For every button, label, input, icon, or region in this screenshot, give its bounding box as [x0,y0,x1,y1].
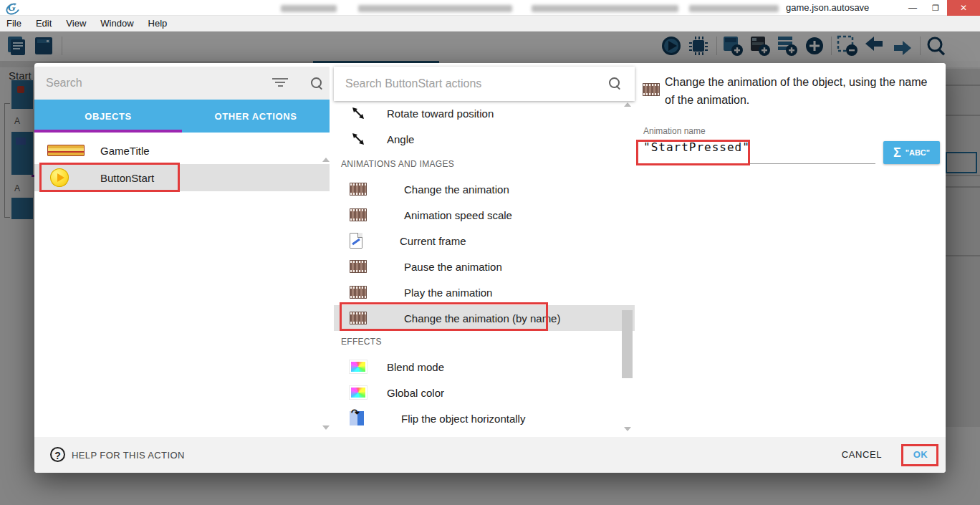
action-label: Animation speed scale [404,209,512,221]
dialog-footer: ? HELP FOR THIS ACTION CANCEL OK [34,437,946,473]
abc-label: "ABC" [905,148,930,157]
action-label: Flip the object horizontally [401,413,525,425]
action-row-selected[interactable]: Change the animation (by name) [334,305,635,331]
object-row-gametitle[interactable]: GameTitle [34,137,330,164]
action-label: Global color [387,387,444,399]
tab-other-actions[interactable]: OTHER ACTIONS [182,100,330,133]
tab-objects[interactable]: OBJECTS [34,100,182,133]
section-header-label: EFFECTS [341,337,382,347]
gdevelop-logo-icon [6,1,20,14]
scrollbar-thumb[interactable] [622,310,633,378]
action-label: Play the animation [404,287,492,299]
action-row[interactable]: Rotate toward position [334,100,635,126]
menu-help[interactable]: Help [141,18,175,29]
action-label: Change the animation (by name) [404,312,560,324]
help-icon[interactable]: ? [50,447,65,462]
action-label: Rotate toward position [387,107,494,120]
menu-bar: File Edit View Window Help [0,16,980,32]
gdevelop-window: game.json.autosave — ❐ ✕ File Edit View … [0,0,980,505]
rotate-arrow-icon [351,132,365,146]
cancel-button[interactable]: CANCEL [833,444,890,466]
scrollbar-down-arrow[interactable] [322,425,330,430]
redacted-title-segment [532,5,678,12]
redacted-title-segment [281,5,337,12]
objects-search-input[interactable] [46,74,254,92]
buttonstart-thumbnail-icon [50,168,69,187]
actions-list: Rotate toward position Angle ANIMATIONS … [334,100,635,437]
objects-list: GameTitle ButtonStart [34,133,330,437]
filter-icon[interactable] [272,78,288,88]
action-label: Current frame [400,235,466,247]
action-details-panel: Change the animation of the object, usin… [635,63,946,437]
actions-search-bar [334,67,635,101]
action-row[interactable]: Current frame [334,228,635,254]
colors-icon [350,360,367,373]
scrollbar-up-arrow[interactable] [624,102,631,107]
action-row[interactable]: Change the animation [334,176,635,202]
redacted-title-segment [358,5,512,12]
redacted-title-segment [689,5,779,12]
section-header-label: ANIMATIONS AND IMAGES [341,159,454,169]
action-label: Change the animation [404,183,509,196]
action-description: Change the animation of the object, usin… [665,73,937,109]
action-label: Blend mode [387,361,444,373]
colors-icon [350,386,367,399]
gametitle-thumbnail-icon [47,145,85,156]
page-edit-icon [350,233,362,249]
object-label: GameTitle [100,145,150,157]
close-button[interactable]: ✕ [947,0,980,16]
action-row[interactable]: Angle [334,126,635,152]
rotate-arrow-icon [351,106,365,120]
ok-button[interactable]: OK [903,444,938,466]
animation-name-label: Animation name [643,126,706,136]
action-label: Angle [387,133,414,145]
section-header-effects: EFFECTS [341,331,628,352]
window-title: game.json.autosave [786,2,869,13]
action-row[interactable]: Blend mode [334,354,635,380]
action-editor-dialog: OBJECTS OTHER ACTIONS GameTitle ButtonSt… [34,63,946,473]
actions-search-input[interactable] [345,75,589,92]
action-row[interactable]: Global color [334,380,635,405]
object-label: ButtonStart [100,172,154,184]
scrollbar-down-arrow[interactable] [624,427,631,431]
film-icon [350,260,367,273]
action-row[interactable]: Animation speed scale [334,202,635,228]
field-underline [643,163,875,164]
title-bar: game.json.autosave — ❐ ✕ [0,0,980,16]
action-row[interactable]: Pause the animation [334,254,635,279]
action-row[interactable]: Flip the object horizontally [334,405,635,431]
action-row[interactable]: Play the animation [334,279,635,305]
film-icon [350,312,367,324]
object-tabs: OBJECTS OTHER ACTIONS [34,100,330,133]
tab-other-actions-label: OTHER ACTIONS [215,111,297,122]
search-icon [311,77,324,90]
tab-objects-label: OBJECTS [85,111,132,122]
sigma-icon: Σ [893,145,901,160]
animation-name-field[interactable]: "StartPressed" [643,140,874,154]
section-header-animations: ANIMATIONS AND IMAGES [341,153,628,175]
expression-editor-button[interactable]: Σ "ABC" [883,141,940,164]
menu-view[interactable]: View [59,18,93,29]
flip-horizontal-icon [350,411,364,425]
objects-search-bar [34,67,330,100]
object-row-buttonstart[interactable]: ButtonStart [34,164,330,191]
restore-button[interactable]: ❐ [924,0,947,16]
menu-edit[interactable]: Edit [29,18,59,29]
menu-window[interactable]: Window [93,18,140,29]
film-icon [350,183,367,196]
search-icon [609,77,622,90]
film-icon [350,208,367,221]
scrollbar-up-arrow[interactable] [322,158,330,162]
menu-file[interactable]: File [0,18,29,29]
action-label: Pause the animation [404,261,502,273]
help-for-action-link[interactable]: HELP FOR THIS ACTION [72,450,185,461]
minimize-button[interactable]: — [901,0,924,16]
film-icon [643,83,660,96]
film-icon [350,286,367,299]
